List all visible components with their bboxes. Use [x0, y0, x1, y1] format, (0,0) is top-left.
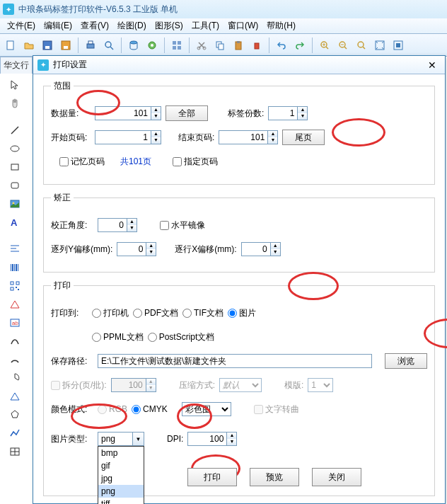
new-file-icon[interactable]: [3, 38, 18, 53]
menu-view[interactable]: 查看(V): [76, 18, 113, 33]
undo-icon[interactable]: [274, 38, 289, 53]
y-offset-spinner[interactable]: ▲▼: [117, 242, 156, 256]
ellipse-tool-icon[interactable]: [4, 140, 25, 157]
qrcode-tool-icon[interactable]: [4, 277, 25, 294]
option-png[interactable]: png: [98, 485, 144, 498]
spin-down-icon[interactable]: ▼: [271, 249, 280, 256]
polygon-tool-icon[interactable]: [4, 406, 25, 423]
radio-ppml[interactable]: PPML文档: [92, 331, 144, 343]
save-as-icon[interactable]: [58, 38, 74, 53]
fit-window-icon[interactable]: [372, 38, 388, 53]
zoom-in-icon[interactable]: [317, 38, 332, 53]
image-type-combo[interactable]: ▼ bmp gif jpg png tiff: [98, 432, 144, 446]
spin-up-icon[interactable]: ▲: [268, 131, 277, 137]
copies-spinner[interactable]: ▲▼: [268, 106, 308, 120]
triangle-up-icon[interactable]: [4, 296, 25, 313]
radio-tif[interactable]: TIF文档: [182, 307, 224, 319]
close-button[interactable]: 关闭: [312, 468, 361, 486]
spin-down-icon[interactable]: ▼: [151, 137, 161, 144]
preview-button[interactable]: 预览: [250, 468, 299, 486]
x-offset-input[interactable]: [241, 242, 271, 256]
spin-down-icon[interactable]: ▼: [227, 439, 236, 445]
copies-input[interactable]: [268, 106, 298, 120]
radio-pdf[interactable]: PDF文档: [133, 307, 178, 319]
fit-page-icon[interactable]: [390, 38, 406, 53]
y-offset-input[interactable]: [117, 242, 146, 256]
dialog-titlebar[interactable]: ✦ 打印设置 ✕: [33, 56, 445, 74]
sector-tool-icon[interactable]: [4, 370, 25, 386]
triangle-tool-icon[interactable]: [4, 388, 25, 405]
image-type-dropdown[interactable]: bmp gif jpg png tiff: [98, 446, 144, 504]
close-icon[interactable]: ✕: [424, 59, 441, 71]
zoom-out-icon[interactable]: [335, 38, 351, 53]
print-icon[interactable]: [83, 38, 98, 53]
curve-tool-icon[interactable]: [4, 333, 25, 350]
save-path-input[interactable]: [98, 354, 372, 368]
end-page-spinner[interactable]: ▲▼: [219, 130, 278, 144]
spin-down-icon[interactable]: ▼: [268, 137, 277, 144]
pointer-tool-icon[interactable]: [4, 76, 25, 93]
radio-image[interactable]: 图片: [228, 307, 256, 319]
option-gif[interactable]: gif: [98, 459, 144, 472]
option-bmp[interactable]: bmp: [98, 447, 144, 459]
paste-icon[interactable]: [231, 38, 246, 53]
x-offset-spinner[interactable]: ▲▼: [241, 242, 281, 256]
start-page-spinner[interactable]: ▲▼: [95, 130, 161, 144]
option-jpg[interactable]: jpg: [98, 472, 144, 485]
table-tool-icon[interactable]: [4, 443, 25, 460]
menu-draw[interactable]: 绘图(D): [113, 18, 151, 33]
preview-icon[interactable]: [101, 38, 117, 53]
spin-down-icon[interactable]: ▼: [151, 113, 161, 120]
menu-help[interactable]: 帮助(H): [262, 18, 300, 33]
browse-button[interactable]: 浏览: [385, 353, 427, 369]
data-count-spinner[interactable]: ▲▼: [95, 106, 161, 120]
spin-up-icon[interactable]: ▲: [151, 131, 161, 137]
menu-window[interactable]: 窗口(W): [224, 18, 262, 33]
redo-icon[interactable]: [292, 38, 308, 53]
zoom-fit-icon[interactable]: [354, 38, 369, 53]
spin-up-icon[interactable]: ▲: [146, 243, 156, 249]
delete-icon[interactable]: [249, 38, 265, 53]
spin-down-icon[interactable]: ▼: [146, 249, 156, 256]
arc-tool-icon[interactable]: [4, 351, 25, 368]
round-rect-tool-icon[interactable]: [4, 177, 25, 194]
dpi-input[interactable]: [187, 432, 227, 446]
spin-up-icon[interactable]: ▲: [151, 107, 161, 113]
text-tool-icon[interactable]: A: [4, 214, 25, 231]
menu-edit[interactable]: 编辑(E): [40, 18, 76, 33]
hmirror-checkbox[interactable]: 水平镜像: [160, 219, 205, 231]
dpi-spinner[interactable]: ▲▼: [187, 432, 237, 446]
polyline-tool-icon[interactable]: [4, 425, 25, 442]
spin-up-icon[interactable]: ▲: [227, 433, 236, 439]
data-count-input[interactable]: [95, 106, 151, 120]
remember-page-checkbox[interactable]: 记忆页码: [59, 156, 105, 168]
last-page-button[interactable]: 尾页: [282, 130, 325, 145]
radio-cmyk[interactable]: CMYK: [132, 404, 168, 414]
print-button[interactable]: 打印: [187, 468, 237, 486]
spin-down-icon[interactable]: ▼: [127, 225, 137, 231]
open-icon[interactable]: [21, 38, 37, 53]
spin-up-icon[interactable]: ▲: [271, 243, 280, 249]
menu-file[interactable]: 文件(E): [3, 18, 40, 33]
spin-up-icon[interactable]: ▲: [298, 107, 307, 113]
spin-down-icon[interactable]: ▼: [298, 113, 307, 120]
rect-tool-icon[interactable]: [4, 159, 25, 176]
menu-shape[interactable]: 图形(S): [151, 18, 187, 33]
hand-tool-icon[interactable]: [4, 95, 25, 112]
richtext-icon[interactable]: ab: [4, 314, 25, 331]
line-tool-icon[interactable]: [4, 122, 25, 139]
angle-spinner[interactable]: ▲▼: [98, 218, 137, 232]
specify-page-checkbox[interactable]: 指定页码: [173, 156, 218, 168]
database-icon[interactable]: [126, 38, 141, 53]
image-tool-icon[interactable]: [4, 195, 25, 212]
all-button[interactable]: 全部: [166, 105, 208, 121]
chevron-down-icon[interactable]: ▼: [133, 432, 144, 446]
spin-up-icon[interactable]: ▲: [127, 219, 137, 225]
grid-icon[interactable]: [169, 38, 185, 53]
copy-icon[interactable]: [212, 38, 228, 53]
end-page-input[interactable]: [219, 130, 268, 144]
align-left-icon[interactable]: [4, 241, 25, 258]
radio-postscript[interactable]: PostScript文档: [148, 331, 215, 343]
angle-input[interactable]: [98, 218, 127, 232]
barcode-tool-icon[interactable]: [4, 259, 25, 276]
